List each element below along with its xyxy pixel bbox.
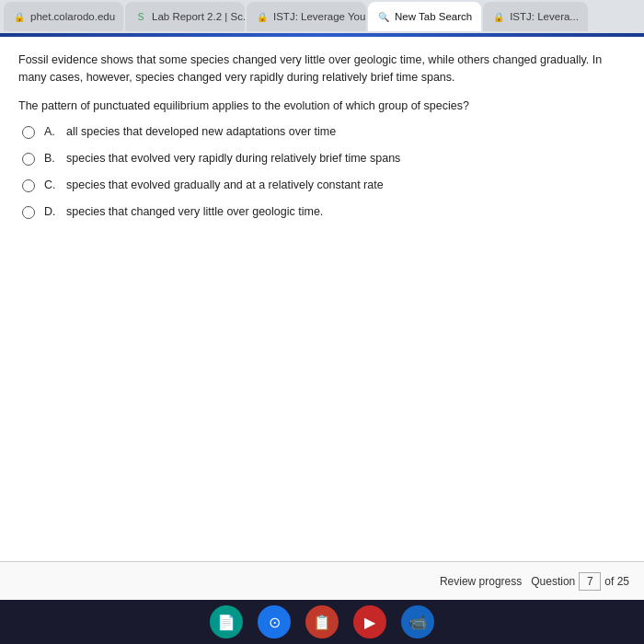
option-a-letter: A. — [44, 125, 57, 138]
tab-phet[interactable]: 🔒 phet.colarodo.edu — [4, 2, 123, 31]
tab-phet-icon: 🔒 — [13, 10, 26, 23]
tab-new-tab-search[interactable]: 🔍 New Tab Search — [368, 2, 481, 31]
tab-phet-label: phet.colarodo.edu — [30, 11, 115, 22]
radio-a[interactable] — [22, 126, 35, 139]
tab-search-label: New Tab Search — [395, 11, 472, 22]
youtube-icon: ▶ — [364, 614, 375, 631]
option-b-text: species that evolved very rapidly during… — [66, 152, 400, 165]
files-icon: 📄 — [217, 614, 236, 631]
passage-text: Fossil evidence shows that some species … — [18, 52, 626, 86]
docs-icon: 📋 — [313, 614, 331, 631]
option-a-text: all species that developed new adaptatio… — [66, 125, 336, 138]
tab-bar: 🔒 phet.colarodo.edu S Lab Report 2.2 | S… — [0, 0, 644, 33]
radio-d[interactable] — [22, 206, 35, 219]
tab-search-icon: 🔍 — [377, 10, 390, 23]
option-d[interactable]: D. species that changed very little over… — [22, 205, 626, 219]
taskbar-icon-files[interactable]: 📄 — [210, 605, 243, 638]
answer-options: A. all species that developed new adapta… — [22, 125, 626, 219]
taskbar-icon-docs[interactable]: 📋 — [305, 605, 339, 638]
tab-lab-report[interactable]: S Lab Report 2.2 | Sc... — [125, 2, 245, 31]
radio-b[interactable] — [22, 153, 35, 166]
taskbar-icon-chrome[interactable]: ⊙ — [258, 605, 291, 638]
tab-lab-icon: S — [134, 10, 147, 23]
tab-istj1[interactable]: 🔒 ISTJ: Leverage Your... — [247, 2, 366, 31]
question-indicator: Question 7 of 25 — [531, 572, 629, 591]
tab-lab-label: Lab Report 2.2 | Sc... — [152, 11, 245, 22]
option-c-text: species that evolved gradually and at a … — [66, 178, 384, 191]
taskbar-icon-meet[interactable]: 📹 — [401, 605, 434, 638]
footer-bar: Review progress Question 7 of 25 — [0, 561, 644, 600]
tab-istj1-icon: 🔒 — [256, 10, 269, 23]
question-number-box: 7 — [579, 572, 601, 591]
tab-istj1-label: ISTJ: Leverage Your... — [273, 11, 366, 22]
option-c-letter: C. — [44, 178, 57, 191]
option-a[interactable]: A. all species that developed new adapta… — [22, 125, 626, 139]
question-text: The pattern of punctuated equilibrium ap… — [18, 99, 626, 112]
chrome-icon: ⊙ — [269, 614, 281, 631]
option-b[interactable]: B. species that evolved very rapidly dur… — [22, 152, 626, 166]
review-progress-button[interactable]: Review progress — [440, 575, 522, 588]
radio-c[interactable] — [22, 179, 35, 192]
question-label: Question — [531, 575, 575, 588]
option-d-text: species that changed very little over ge… — [66, 205, 323, 218]
of-label: of 25 — [604, 575, 629, 588]
tab-istj2-label: ISTJ: Levera... — [510, 11, 579, 22]
option-c[interactable]: C. species that evolved gradually and at… — [22, 178, 626, 192]
taskbar-icon-youtube[interactable]: ▶ — [353, 605, 386, 638]
option-b-letter: B. — [44, 152, 57, 165]
taskbar: 📄 ⊙ 📋 ▶ 📹 — [0, 600, 644, 644]
main-content: Fossil evidence shows that some species … — [0, 37, 644, 561]
option-d-letter: D. — [44, 205, 57, 218]
tab-istj2[interactable]: 🔒 ISTJ: Levera... — [483, 2, 588, 31]
tab-istj2-icon: 🔒 — [492, 10, 505, 23]
meet-icon: 📹 — [408, 614, 427, 631]
